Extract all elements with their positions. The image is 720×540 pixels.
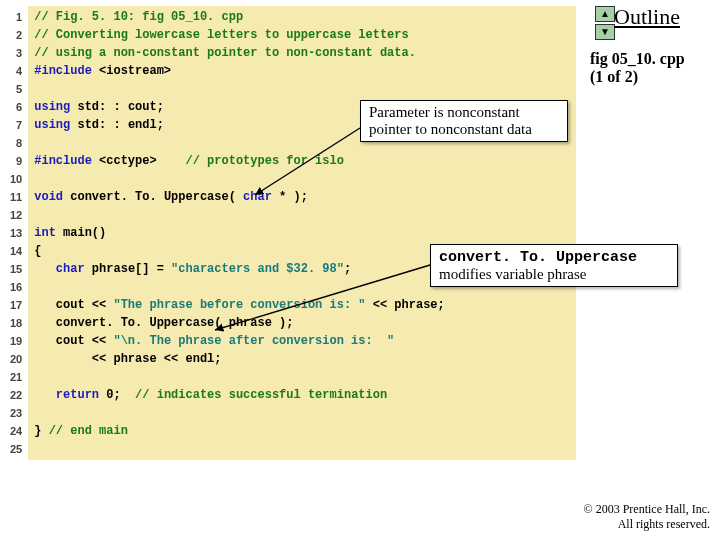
file-name: fig 05_10. cpp (590, 50, 700, 68)
file-part: (1 of 2) (590, 68, 700, 86)
code-body: // Fig. 5. 10: fig 05_10. cpp // Convert… (28, 6, 450, 460)
file-info: fig 05_10. cpp (1 of 2) (590, 50, 700, 86)
copyright-line1: © 2003 Prentice Hall, Inc. (584, 502, 710, 517)
nav-arrows: ▲ ▼ (595, 6, 615, 40)
callout-code-ref: convert. To. Uppercase (439, 249, 637, 266)
nav-down-button[interactable]: ▼ (595, 24, 615, 40)
line-numbers: 1 2 3 4 5 6 7 8 9 10 11 12 13 14 15 16 1… (6, 6, 28, 460)
copyright-line2: All rights reserved. (584, 517, 710, 532)
callout-modifies-phrase: convert. To. Uppercase modifies variable… (430, 244, 678, 287)
code-listing: 1 2 3 4 5 6 7 8 9 10 11 12 13 14 15 16 1… (6, 6, 576, 460)
callout-nonconstant-pointer: Parameter is nonconstant pointer to nonc… (360, 100, 568, 142)
copyright: © 2003 Prentice Hall, Inc. All rights re… (584, 502, 710, 532)
outline-heading: Outline (614, 4, 680, 30)
nav-up-button[interactable]: ▲ (595, 6, 615, 22)
